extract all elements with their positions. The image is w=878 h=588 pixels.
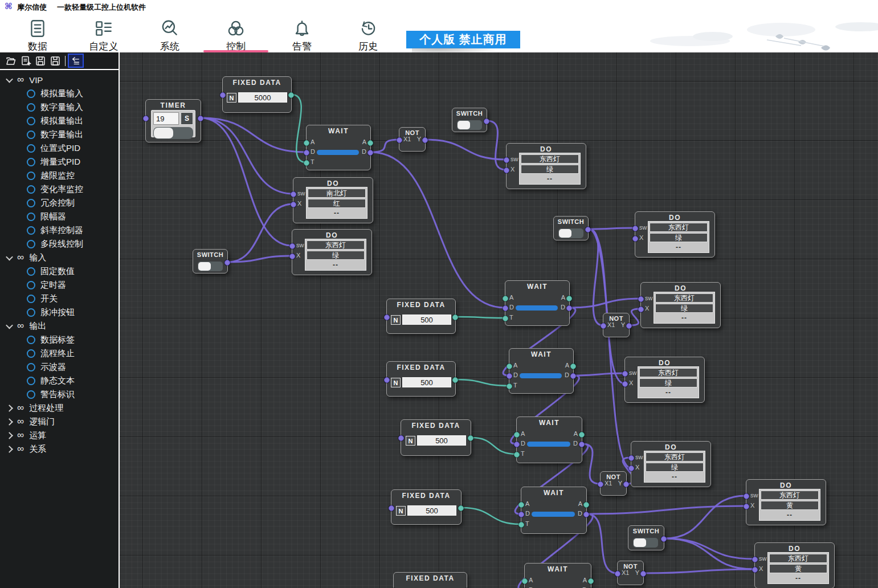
- timer-value-field[interactable]: 19: [153, 112, 179, 125]
- tree-group-VIP[interactable]: ∞VIP: [0, 73, 119, 87]
- channel-field[interactable]: 绿: [655, 304, 713, 313]
- tree-item-冗余控制[interactable]: 冗余控制: [0, 196, 119, 210]
- value-field[interactable]: 500: [402, 377, 451, 387]
- open-folder-icon[interactable]: [3, 54, 18, 68]
- node-fixed_data[interactable]: FIXED DATAN500: [393, 572, 467, 588]
- port-A[interactable]: [367, 140, 373, 146]
- port-out[interactable]: [384, 377, 390, 383]
- tree-item-固定数值[interactable]: 固定数值: [0, 264, 119, 278]
- tab-data[interactable]: 数据: [5, 13, 71, 52]
- node-switch[interactable]: SWITCH: [628, 525, 664, 550]
- port-out[interactable]: [458, 505, 464, 511]
- node-wait[interactable]: WAITADTAD: [306, 125, 371, 170]
- port-D[interactable]: [304, 150, 309, 156]
- unit-button[interactable]: S: [181, 112, 193, 125]
- port-out[interactable]: [384, 315, 390, 320]
- tree-group-输入[interactable]: ∞输入: [0, 251, 119, 264]
- port-X[interactable]: [752, 567, 758, 573]
- device-name-field[interactable]: 东西灯: [521, 154, 579, 164]
- node-wait[interactable]: WAITADTAD: [524, 563, 591, 588]
- port-sw[interactable]: [622, 371, 628, 377]
- channel-field[interactable]: 黄: [769, 564, 827, 573]
- tree-item-越限监控[interactable]: 越限监控: [0, 169, 119, 182]
- port-out[interactable]: [585, 227, 591, 232]
- tree-item-斜率控制器[interactable]: 斜率控制器: [0, 223, 119, 237]
- new-file-icon[interactable]: [18, 54, 33, 68]
- value-field[interactable]: 500: [417, 435, 466, 446]
- tree-group-逻辑门[interactable]: ∞逻辑门: [0, 415, 119, 428]
- port-out[interactable]: [484, 119, 489, 124]
- port-D[interactable]: [367, 150, 373, 156]
- port-out[interactable]: [452, 315, 458, 320]
- port-X1[interactable]: [598, 481, 603, 487]
- tree-group-过程处理[interactable]: ∞过程处理: [0, 401, 119, 415]
- node-wait[interactable]: WAITADTAD: [509, 348, 574, 394]
- port-X[interactable]: [289, 254, 295, 259]
- port-D[interactable]: [566, 305, 572, 311]
- tree-item-警告标识[interactable]: 警告标识: [0, 387, 119, 401]
- tree-item-数字量输出[interactable]: 数字量输出: [0, 128, 119, 141]
- port-D[interactable]: [507, 373, 512, 379]
- port-out[interactable]: [468, 435, 473, 441]
- port-A[interactable]: [570, 364, 576, 369]
- tree-item-限幅器[interactable]: 限幅器: [0, 210, 119, 223]
- node-fixed_data[interactable]: FIXED DATAN500: [401, 419, 471, 456]
- channel-field[interactable]: 黄: [761, 501, 819, 510]
- port-D[interactable]: [579, 442, 585, 447]
- tab-custom[interactable]: 自定义: [71, 13, 137, 52]
- tree-item-增量式PID[interactable]: 增量式PID: [0, 155, 119, 169]
- port-Y[interactable]: [626, 323, 632, 329]
- port-out[interactable]: [389, 505, 394, 511]
- node-do[interactable]: DO东西灯黄--swX: [746, 479, 826, 525]
- chevron-down-icon[interactable]: [6, 75, 13, 83]
- node-do[interactable]: DO东西灯绿--swX: [635, 211, 715, 258]
- port-sw[interactable]: [504, 157, 509, 163]
- tab-system[interactable]: 系统: [137, 13, 203, 52]
- port-X[interactable]: [632, 236, 638, 242]
- port-T[interactable]: [304, 160, 309, 166]
- device-name-field[interactable]: 东西灯: [761, 491, 819, 500]
- port-X[interactable]: [628, 466, 634, 471]
- port-X[interactable]: [291, 202, 296, 207]
- port-X[interactable]: [622, 381, 628, 387]
- port-D[interactable]: [514, 442, 520, 447]
- channel-field[interactable]: 绿: [521, 165, 579, 174]
- port-out[interactable]: [198, 116, 203, 121]
- switch-toggle[interactable]: [633, 538, 658, 548]
- port-Y[interactable]: [422, 137, 428, 143]
- device-name-field[interactable]: 东西灯: [769, 554, 827, 563]
- node-do[interactable]: DO东西灯绿--swX: [506, 143, 586, 189]
- port-D[interactable]: [518, 512, 524, 517]
- value-field[interactable]: 500: [402, 315, 451, 325]
- node-do[interactable]: DO东西灯黄--swX: [754, 542, 835, 588]
- channel-field[interactable]: 绿: [650, 233, 708, 242]
- node-fixed_data[interactable]: FIXED DATAN500: [386, 299, 456, 334]
- node-do[interactable]: DO东西灯绿--swX: [640, 282, 721, 328]
- port-sw[interactable]: [289, 243, 295, 249]
- device-name-field[interactable]: 东西灯: [639, 368, 697, 377]
- node-fixed_data[interactable]: FIXED DATAN500: [391, 489, 462, 525]
- port-D[interactable]: [583, 512, 589, 517]
- port-A[interactable]: [514, 432, 520, 438]
- port-A[interactable]: [304, 140, 309, 146]
- tree-item-多段线控制[interactable]: 多段线控制: [0, 237, 119, 251]
- channel-field[interactable]: 绿: [646, 463, 704, 472]
- timer-toggle[interactable]: [153, 127, 193, 139]
- node-wait[interactable]: WAITADTAD: [516, 416, 582, 463]
- port-Y[interactable]: [623, 481, 629, 487]
- port-A[interactable]: [588, 578, 594, 584]
- port-out[interactable]: [661, 536, 667, 542]
- port-sw[interactable]: [638, 296, 644, 302]
- port-sw[interactable]: [632, 226, 638, 231]
- port-out[interactable]: [143, 116, 149, 121]
- switch-toggle[interactable]: [457, 120, 482, 130]
- tree-group-输出[interactable]: ∞输出: [0, 319, 119, 333]
- port-out[interactable]: [288, 92, 294, 98]
- node-timer[interactable]: TIMER19S: [145, 99, 201, 142]
- node-fixed_data[interactable]: FIXED DATAN5000: [222, 76, 292, 113]
- chevron-down-icon[interactable]: [6, 321, 13, 329]
- port-A[interactable]: [566, 296, 572, 301]
- tree-item-模拟量输出[interactable]: 模拟量输出: [0, 114, 119, 128]
- node-wait[interactable]: WAITADTAD: [521, 487, 587, 534]
- port-A[interactable]: [503, 296, 508, 301]
